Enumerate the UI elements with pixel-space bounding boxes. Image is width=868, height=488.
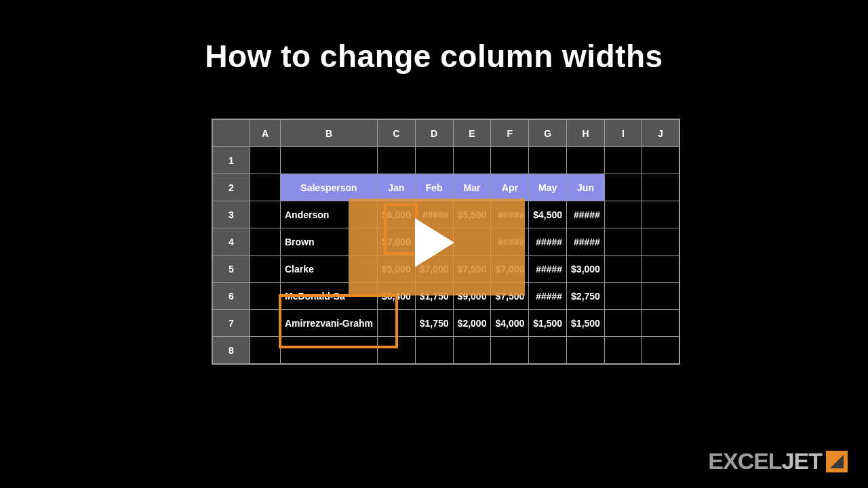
cell[interactable]	[567, 147, 605, 174]
row-header-6[interactable]: 6	[213, 283, 250, 310]
cell[interactable]	[281, 147, 378, 174]
cell-value[interactable]: #####	[529, 283, 567, 310]
cell-value[interactable]: $1,500	[529, 310, 567, 337]
column-header-row: A B C D E F G H I J	[213, 120, 679, 147]
arrow-icon	[826, 451, 848, 472]
cell-value[interactable]: $3,000	[567, 256, 605, 283]
cell[interactable]	[250, 256, 281, 283]
cell[interactable]	[250, 174, 281, 201]
cell[interactable]	[250, 228, 281, 256]
col-header-D[interactable]: D	[415, 120, 453, 147]
cell[interactable]	[491, 337, 529, 364]
cell-value[interactable]: $4,000	[491, 310, 529, 337]
cell[interactable]	[642, 201, 679, 228]
cell[interactable]	[642, 228, 679, 256]
cell[interactable]	[642, 147, 679, 174]
header-feb[interactable]: Feb	[415, 174, 453, 201]
row-header-8[interactable]: 8	[213, 337, 250, 364]
row-header-2[interactable]: 2	[213, 174, 250, 201]
header-salesperson[interactable]: Salesperson	[281, 174, 378, 201]
row-1: 1	[213, 147, 679, 174]
cell-value[interactable]: #####	[529, 228, 567, 256]
video-thumbnail: How to change column widths A B C D E F …	[0, 0, 868, 488]
header-apr[interactable]: Apr	[491, 174, 529, 201]
row-header-4[interactable]: 4	[213, 228, 250, 256]
col-header-F[interactable]: F	[491, 120, 529, 147]
cell[interactable]	[604, 228, 642, 256]
col-header-H[interactable]: H	[567, 120, 605, 147]
play-button-icon[interactable]	[415, 218, 454, 267]
cell-value[interactable]: #####	[567, 201, 605, 228]
cell[interactable]	[604, 337, 642, 364]
highlight-box-rows	[279, 294, 398, 348]
cell[interactable]	[604, 256, 642, 283]
col-header-A[interactable]: A	[250, 120, 281, 147]
cell[interactable]	[415, 337, 453, 364]
cell[interactable]	[491, 147, 529, 174]
video-title: How to change column widths	[0, 38, 868, 75]
row-header-7[interactable]: 7	[213, 310, 250, 337]
cell[interactable]	[604, 201, 642, 228]
header-jun[interactable]: Jun	[567, 174, 605, 201]
cell-value[interactable]: #####	[529, 256, 567, 283]
cell-value[interactable]: $1,750	[415, 310, 453, 337]
cell[interactable]	[642, 283, 679, 310]
row-2: 2 Salesperson Jan Feb Mar Apr May Jun	[213, 174, 679, 201]
cell[interactable]	[604, 174, 642, 201]
header-jan[interactable]: Jan	[377, 174, 415, 201]
cell[interactable]	[567, 337, 605, 364]
cell[interactable]	[250, 310, 281, 337]
row-header-3[interactable]: 3	[213, 201, 250, 228]
cell-value[interactable]: $2,750	[567, 283, 605, 310]
brand-logo: EXCELJET	[708, 448, 848, 474]
select-all-corner[interactable]	[213, 120, 250, 147]
header-may[interactable]: May	[529, 174, 567, 201]
cell[interactable]	[642, 256, 679, 283]
cell[interactable]	[642, 337, 679, 364]
cell-value[interactable]: $2,000	[453, 310, 491, 337]
highlight-box-column	[384, 203, 418, 255]
cell[interactable]	[529, 337, 567, 364]
header-mar[interactable]: Mar	[453, 174, 491, 201]
col-header-J[interactable]: J	[642, 120, 679, 147]
col-header-B[interactable]: B	[281, 120, 378, 147]
cell[interactable]	[250, 201, 281, 228]
cell-value[interactable]: $1,500	[567, 310, 605, 337]
cell[interactable]	[529, 147, 567, 174]
cell[interactable]	[642, 310, 679, 337]
cell[interactable]	[453, 147, 491, 174]
cell-value[interactable]: #####	[567, 228, 605, 256]
cell[interactable]	[453, 337, 491, 364]
col-header-E[interactable]: E	[453, 120, 491, 147]
col-header-C[interactable]: C	[377, 120, 415, 147]
col-header-I[interactable]: I	[604, 120, 642, 147]
cell[interactable]	[642, 174, 679, 201]
cell[interactable]	[250, 147, 281, 174]
cell[interactable]	[250, 283, 281, 310]
row-header-5[interactable]: 5	[213, 256, 250, 283]
col-header-G[interactable]: G	[529, 120, 567, 147]
cell[interactable]	[604, 283, 642, 310]
cell[interactable]	[604, 310, 642, 337]
cell-value[interactable]: $4,500	[529, 201, 567, 228]
cell[interactable]	[377, 147, 415, 174]
cell[interactable]	[415, 147, 453, 174]
cell[interactable]	[250, 337, 281, 364]
cell[interactable]	[604, 147, 642, 174]
logo-text-excel: EXCELJET	[708, 448, 822, 474]
row-header-1[interactable]: 1	[213, 147, 250, 174]
